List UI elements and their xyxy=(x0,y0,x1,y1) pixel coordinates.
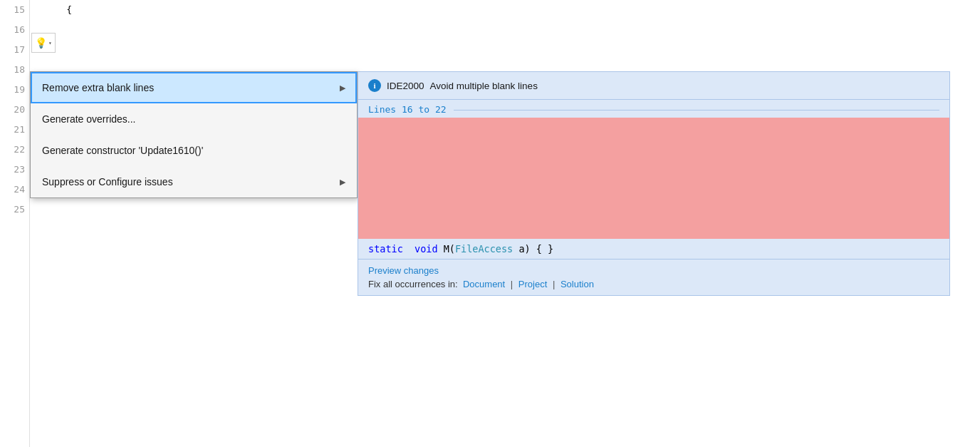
preview-code-line: static void M(FileAccess a) { } xyxy=(358,239,949,259)
menu-item-remove-blank-lines-arrow: ▶ xyxy=(340,83,345,93)
menu-item-generate-constructor[interactable]: Generate constructor 'Update1610()' xyxy=(31,135,357,166)
lightbulb-button[interactable]: 💡 ▾ xyxy=(31,33,56,53)
lightbulb-icon: 💡 xyxy=(35,37,47,49)
menu-item-remove-blank-lines-label: Remove extra blank lines xyxy=(42,82,154,93)
preview-keyword-static: static xyxy=(368,243,403,255)
code-line-17 xyxy=(44,40,980,60)
menu-item-generate-constructor-label: Generate constructor 'Update1610()' xyxy=(42,145,203,156)
line-number-22: 22 xyxy=(14,140,25,160)
line-numbers-column: 15 16 17 18 19 20 21 22 23 24 25 xyxy=(0,0,30,447)
menu-item-generate-overrides[interactable]: Generate overrides... xyxy=(31,103,357,135)
fix-separator-2: | xyxy=(553,279,555,289)
preview-lines-range-text: Lines 16 to 22 xyxy=(368,104,447,115)
preview-footer: Preview changes Fix all occurrences in: … xyxy=(358,259,949,295)
preview-keyword-void: void M( xyxy=(409,243,455,255)
preview-changes-link[interactable]: Preview changes xyxy=(368,265,939,276)
menu-item-suppress-configure[interactable]: Suppress or Configure issues ▶ xyxy=(31,166,357,197)
context-menu: Remove extra blank lines ▶ Generate over… xyxy=(30,71,358,198)
preview-header: i IDE2000 Avoid multiple blank lines xyxy=(358,72,949,100)
preview-panel: i IDE2000 Avoid multiple blank lines Lin… xyxy=(358,71,950,296)
red-highlight-block xyxy=(358,118,949,239)
preview-title: Avoid multiple blank lines xyxy=(430,81,538,91)
preview-type-fileaccess: FileAccess xyxy=(455,243,513,255)
menu-item-suppress-configure-arrow: ▶ xyxy=(340,178,345,187)
fix-all-line: Fix all occurrences in: Document | Proje… xyxy=(368,279,939,289)
line-number-19: 19 xyxy=(14,80,25,100)
fix-project-link[interactable]: Project xyxy=(518,279,547,289)
preview-param: a) { } xyxy=(513,243,553,255)
preview-lines-divider xyxy=(454,110,939,111)
line-number-23: 23 xyxy=(14,160,25,180)
fix-document-link[interactable]: Document xyxy=(463,279,505,289)
lightbulb-dropdown-arrow: ▾ xyxy=(48,40,52,46)
fix-solution-link[interactable]: Solution xyxy=(561,279,594,289)
menu-item-remove-blank-lines[interactable]: Remove extra blank lines ▶ xyxy=(31,72,357,103)
preview-code-area xyxy=(358,118,949,239)
line-number-21: 21 xyxy=(14,120,25,140)
fix-separator-1: | xyxy=(511,279,513,289)
fix-all-prefix: Fix all occurrences in: xyxy=(368,279,458,289)
menu-item-generate-overrides-label: Generate overrides... xyxy=(42,113,136,125)
line-number-24: 24 xyxy=(14,180,25,200)
code-line-16 xyxy=(44,20,980,40)
line-number-15: 15 xyxy=(14,0,25,20)
menu-item-suppress-configure-label: Suppress or Configure issues xyxy=(42,176,173,187)
line-number-16: 16 xyxy=(14,20,25,40)
code-line-15: { xyxy=(44,0,980,20)
line-number-17: 17 xyxy=(14,40,25,60)
line-number-25: 25 xyxy=(14,200,25,220)
line-number-18: 18 xyxy=(14,60,25,80)
info-icon: i xyxy=(368,79,381,92)
preview-lines-range: Lines 16 to 22 xyxy=(358,100,949,118)
line-number-20: 20 xyxy=(14,100,25,120)
preview-diagnostic-id: IDE2000 xyxy=(387,81,424,91)
